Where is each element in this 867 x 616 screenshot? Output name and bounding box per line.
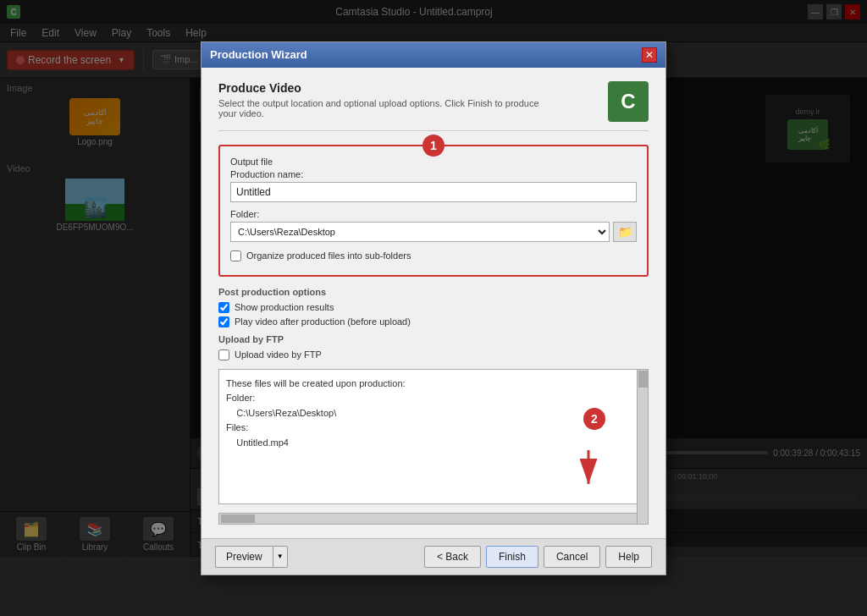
back-button[interactable]: < Back xyxy=(424,546,481,568)
production-name-input[interactable] xyxy=(230,182,637,202)
file-info-header: These files will be created upon product… xyxy=(226,378,406,388)
file-info-folder-label: Folder: xyxy=(226,393,255,403)
badge-2-container: 2 xyxy=(563,450,614,495)
production-wizard-modal: Production Wizard ✕ Produce Video Select… xyxy=(201,41,666,575)
post-production-section: Post production options Show production … xyxy=(218,287,649,327)
hscrollbar-thumb[interactable] xyxy=(221,514,255,523)
play-after-label: Play video after production (before uplo… xyxy=(235,316,411,327)
organize-label: Organize produced files into sub-folders xyxy=(246,250,411,261)
modal-header: Produce Video Select the output location… xyxy=(218,81,649,131)
arrow-annotation xyxy=(563,450,614,492)
show-results-label: Show production results xyxy=(235,302,334,312)
modal-camtasia-logo: C xyxy=(608,81,649,122)
file-info-box: These files will be created upon product… xyxy=(218,369,649,504)
post-prod-title: Post production options xyxy=(218,287,649,297)
output-section-title: Output file xyxy=(230,157,637,167)
footer-right: < Back Finish Cancel Help xyxy=(424,546,652,568)
badge-1: 1 xyxy=(422,135,445,157)
modal-body: Produce Video Select the output location… xyxy=(202,68,665,538)
upload-ftp-label: Upload video by FTP xyxy=(235,349,322,360)
modal-footer: Preview ▼ < Back Finish Cancel Help xyxy=(202,538,665,575)
scrollbar-handle[interactable] xyxy=(638,371,649,388)
upload-ftp-checkbox[interactable] xyxy=(218,349,229,360)
production-name-field: Production name: xyxy=(230,169,637,202)
file-info-scrollbar[interactable] xyxy=(637,369,649,525)
output-file-section: 1 Output file Production name: Folder: C… xyxy=(218,145,649,277)
file-info-container: These files will be created upon product… xyxy=(218,369,649,525)
play-after-checkbox[interactable] xyxy=(218,316,229,327)
organize-checkbox-row: Organize produced files into sub-folders xyxy=(230,250,637,261)
cancel-button[interactable]: Cancel xyxy=(544,546,600,568)
finish-button[interactable]: Finish xyxy=(486,546,538,568)
production-name-label: Production name: xyxy=(230,169,637,179)
show-results-checkbox[interactable] xyxy=(218,302,229,313)
upload-ftp-row: Upload video by FTP xyxy=(218,349,649,360)
preview-button[interactable]: Preview xyxy=(215,546,273,568)
organize-checkbox[interactable] xyxy=(230,250,241,261)
preview-dropdown-button[interactable]: ▼ xyxy=(273,546,288,568)
file-info-files-label: Files: xyxy=(226,422,248,432)
modal-close-button[interactable]: ✕ xyxy=(642,47,657,63)
modal-header-text: Produce Video Select the output location… xyxy=(218,81,540,118)
file-info-text: These files will be created upon product… xyxy=(226,377,641,451)
ftp-section: Upload by FTP Upload video by FTP xyxy=(218,334,649,360)
file-info-folder-path: C:\Users\Reza\Desktop\ xyxy=(236,408,336,418)
folder-row: C:\Users\Reza\Desktop 📁 xyxy=(230,222,637,242)
footer-left: Preview ▼ xyxy=(215,546,288,568)
file-info-filename: Untitled.mp4 xyxy=(236,437,289,448)
file-info-hscrollbar[interactable] xyxy=(218,513,649,525)
show-results-row: Show production results xyxy=(218,302,649,313)
modal-header-title: Produce Video xyxy=(218,81,540,95)
play-after-row: Play video after production (before uplo… xyxy=(218,316,649,327)
modal-header-desc: Select the output location and optional … xyxy=(218,98,540,118)
folder-browse-button[interactable]: 📁 xyxy=(613,222,637,242)
modal-title: Production Wizard xyxy=(210,48,307,61)
folder-label: Folder: xyxy=(230,209,637,219)
modal-titlebar: Production Wizard ✕ xyxy=(202,42,665,68)
folder-select[interactable]: C:\Users\Reza\Desktop xyxy=(230,222,610,242)
folder-field: Folder: C:\Users\Reza\Desktop 📁 xyxy=(230,209,637,242)
help-button[interactable]: Help xyxy=(605,546,652,568)
ftp-title: Upload by FTP xyxy=(218,334,649,344)
preview-split-button: Preview ▼ xyxy=(215,546,288,568)
modal-overlay: Production Wizard ✕ Produce Video Select… xyxy=(0,0,867,616)
